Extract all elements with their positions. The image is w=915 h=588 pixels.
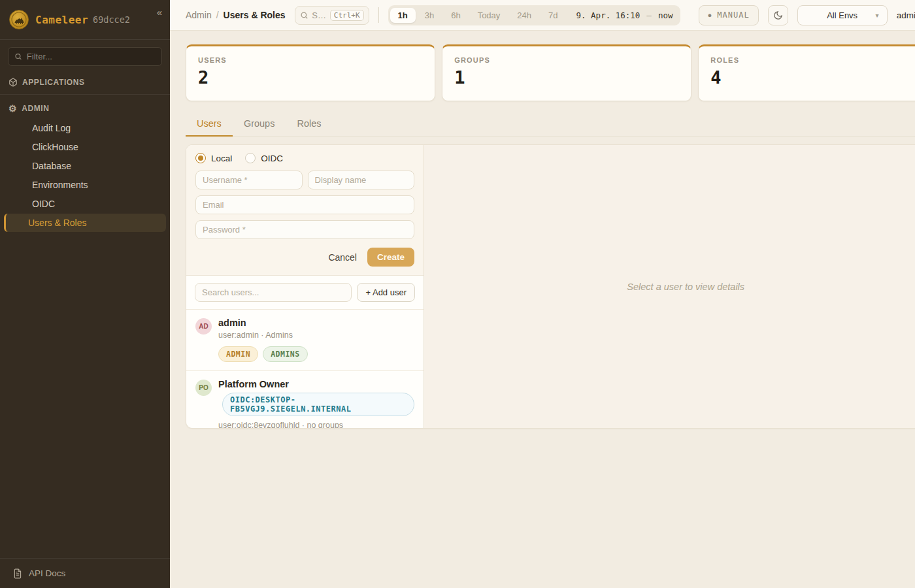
user-meta: user:admin · Admins (218, 331, 308, 340)
avatar: AD (195, 318, 212, 335)
user-list-column: Local OIDC Cancel (186, 145, 424, 428)
tab-groups[interactable]: Groups (233, 114, 286, 137)
user-info: admin user:admin · Admins ADMIN ADMINS (218, 318, 308, 362)
time-range-1h[interactable]: 1h (390, 8, 416, 23)
stat-card-users[interactable]: USERS 2 (186, 44, 435, 101)
time-from[interactable]: 9. Apr. 16:10 (576, 10, 640, 20)
time-to[interactable]: now (658, 10, 673, 20)
radio-oidc-circle[interactable] (245, 153, 256, 163)
user-row-admin[interactable]: AD admin user:admin · Admins ADMIN ADMIN… (186, 309, 424, 370)
app-logo (9, 10, 29, 29)
app-version: 69dcce2 (93, 14, 130, 25)
time-range-3h[interactable]: 3h (417, 8, 442, 23)
stat-value: 4 (710, 67, 915, 88)
tabs: Users Groups Roles (186, 114, 915, 137)
radio-local[interactable]: Local (195, 153, 232, 163)
env-select[interactable]: All Envs ▾ (797, 5, 888, 25)
sidebar-item-users-roles[interactable]: Users & Roles (4, 214, 166, 232)
cube-icon (8, 78, 18, 87)
gear-icon: ⚙ (8, 104, 17, 113)
time-range-7d[interactable]: 7d (541, 8, 565, 23)
user-meta: user:oidc:8evzqofluhld · no groups (218, 421, 414, 429)
section-label: ADMIN (22, 104, 49, 113)
sidebar-section-applications[interactable]: APPLICATIONS (0, 70, 170, 93)
time-dash: — (646, 10, 652, 20)
sidebar-item-audit-log[interactable]: Audit Log (4, 119, 166, 137)
sidebar-item-clickhouse[interactable]: ClickHouse (4, 138, 166, 156)
search-users-input[interactable] (195, 283, 352, 302)
api-docs-label: API Docs (29, 568, 65, 578)
search-icon (14, 52, 22, 61)
global-search[interactable]: S… Ctrl+K (295, 6, 369, 25)
password-field[interactable] (195, 220, 414, 239)
current-username: admin (897, 10, 915, 20)
sidebar-item-database[interactable]: Database (4, 157, 166, 175)
stat-label: USERS (198, 56, 423, 64)
user-type-radio-group: Local OIDC (195, 153, 414, 163)
time-range-6h[interactable]: 6h (443, 8, 468, 23)
status-dot: ● (708, 12, 712, 18)
role-badge-admin: ADMIN (218, 346, 258, 362)
theme-toggle-button[interactable] (768, 5, 788, 25)
topbar: Admin / Users & Roles S… Ctrl+K 1h 3h 6h… (170, 0, 915, 31)
user-info: Platform Owner OIDC:DESKTOP-FB5VGJ9.SIEG… (218, 379, 414, 429)
sidebar-collapse-icon[interactable]: « (157, 7, 162, 18)
sidebar-filter[interactable] (8, 47, 162, 66)
name-fields-row (195, 171, 414, 189)
breadcrumb-admin[interactable]: Admin (186, 10, 212, 20)
radio-local-label: Local (211, 154, 232, 163)
username-field[interactable] (195, 171, 303, 189)
global-search-placeholder: S… (312, 10, 325, 20)
refresh-mode-badge[interactable]: ● MANUAL (699, 5, 758, 25)
sidebar-divider (0, 94, 170, 95)
group-badge-admins: ADMINS (263, 346, 308, 362)
main-area: Admin / Users & Roles S… Ctrl+K 1h 3h 6h… (170, 0, 915, 588)
tab-users[interactable]: Users (186, 114, 233, 137)
stat-label: ROLES (710, 56, 915, 64)
radio-local-circle[interactable] (195, 153, 206, 163)
add-user-button[interactable]: + Add user (357, 283, 415, 302)
stat-card-roles[interactable]: ROLES 4 (698, 44, 915, 101)
document-icon (13, 568, 22, 579)
sidebar: Cameleer 69dcce2 « APPLICATIONS ⚙ ADMIN … (0, 0, 170, 588)
section-label: APPLICATIONS (22, 78, 85, 87)
stat-label: GROUPS (454, 56, 679, 64)
moon-icon (773, 10, 783, 20)
user-name: Platform Owner (218, 379, 414, 389)
users-panel: Local OIDC Cancel (186, 144, 915, 429)
camel-logo-icon (10, 10, 28, 29)
app-title: Cameleer (35, 14, 88, 26)
email-field[interactable] (195, 195, 414, 214)
topbar-divider (378, 7, 379, 23)
stats-row: USERS 2 GROUPS 1 ROLES 4 (186, 44, 915, 101)
breadcrumb-separator: / (216, 10, 219, 20)
oidc-provider-badge: OIDC:DESKTOP-FB5VGJ9.SIEGELN.INTERNAL (222, 393, 414, 416)
breadcrumb-current: Users & Roles (224, 10, 286, 20)
stat-card-groups[interactable]: GROUPS 1 (442, 44, 691, 101)
tab-roles[interactable]: Roles (286, 114, 332, 137)
display-name-field[interactable] (308, 171, 415, 189)
role-badges: ADMIN ADMINS (218, 346, 308, 362)
search-icon (300, 11, 308, 20)
empty-state-text: Select a user to view details (627, 282, 744, 292)
user-row-platform-owner[interactable]: PO Platform Owner OIDC:DESKTOP-FB5VGJ9.S… (186, 370, 424, 429)
stat-value: 2 (198, 67, 423, 88)
form-actions: Cancel Create (195, 248, 414, 267)
user-details-panel: Select a user to view details (424, 145, 915, 428)
radio-oidc[interactable]: OIDC (245, 153, 283, 163)
api-docs-link[interactable]: API Docs (0, 558, 170, 588)
time-range-24h[interactable]: 24h (509, 8, 539, 23)
user-list-toolbar: + Add user (186, 276, 424, 309)
sidebar-filter-input[interactable] (27, 52, 156, 61)
time-range-today[interactable]: Today (470, 8, 508, 23)
sidebar-admin-items: Audit Log ClickHouse Database Environmen… (0, 119, 170, 235)
sidebar-item-environments[interactable]: Environments (4, 176, 166, 194)
env-select-value: All Envs (827, 10, 857, 20)
avatar: PO (195, 380, 212, 396)
create-button[interactable]: Create (367, 248, 414, 267)
sidebar-item-oidc[interactable]: OIDC (4, 195, 166, 213)
cancel-button[interactable]: Cancel (328, 252, 357, 263)
sidebar-section-admin[interactable]: ⚙ ADMIN (0, 96, 170, 119)
chevron-down-icon: ▾ (876, 12, 879, 19)
time-range-selector: 1h 3h 6h Today 24h 7d 9. Apr. 16:10 — no… (388, 5, 681, 25)
